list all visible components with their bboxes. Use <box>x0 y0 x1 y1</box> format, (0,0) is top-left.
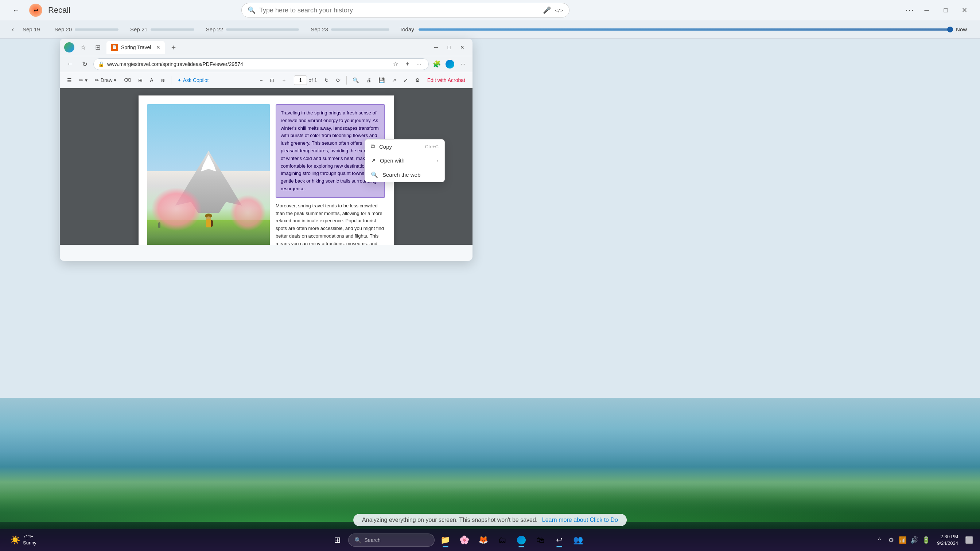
pdf-toc-button[interactable]: ☰ <box>64 75 75 86</box>
tray-chevron-button[interactable]: ^ <box>874 535 885 545</box>
browser-settings-button[interactable]: ··· <box>458 59 468 69</box>
tray-volume-icon[interactable]: 🔊 <box>909 535 920 545</box>
pdf-annotate-button[interactable]: ✏ ▾ <box>76 75 91 86</box>
browser-compat-button[interactable]: ☆ <box>77 42 89 52</box>
browser-back-button[interactable]: ← <box>64 59 76 69</box>
recall-search-box: 🔍 🎤 </> <box>241 3 570 17</box>
pdf-text-button[interactable]: A <box>147 75 156 86</box>
tray-battery-icon[interactable]: 🔋 <box>921 535 931 545</box>
browser-addr-icons: ☆ ✦ ··· <box>390 59 424 69</box>
context-menu-search-web[interactable]: 🔍 Search the web <box>365 168 444 182</box>
context-menu-copy[interactable]: ⧉ Copy Ctrl+C <box>365 140 444 153</box>
pdf-fit-button[interactable]: ⊡ <box>267 75 277 86</box>
pdf-draw-button[interactable]: ✏ Draw ▾ <box>92 75 119 86</box>
pdf-zoom-in-button[interactable]: ＋ <box>278 75 290 86</box>
pdf-erase-button[interactable]: ⌫ <box>121 75 134 86</box>
recall-taskbar-icon: ↩ <box>556 535 563 545</box>
taskbar-app1-button[interactable]: 🌸 <box>457 532 473 548</box>
edit-acrobat-button[interactable]: Edit with Acrobat <box>425 77 468 83</box>
pdf-settings-button[interactable]: ⚙ <box>412 75 423 86</box>
timeline-prev-button[interactable]: ‹ <box>9 25 17 33</box>
taskbar-recall-button[interactable]: ↩ <box>551 532 567 548</box>
tray-network-icon[interactable]: 📶 <box>897 535 908 545</box>
taskbar-edge-button[interactable] <box>513 532 530 548</box>
taskbar-clock[interactable]: 2:30 PM 9/24/2024 <box>934 534 961 547</box>
search-web-label: Search the web <box>382 171 420 178</box>
teams-icon: 👥 <box>573 535 583 545</box>
pdf-page-input[interactable] <box>294 75 307 85</box>
copy-label: Copy <box>379 144 392 150</box>
browser-extensions-button[interactable]: 🧩 <box>432 59 442 69</box>
pdf-share-button[interactable]: ↗ <box>389 75 399 86</box>
recall-back-button[interactable]: ← <box>9 3 23 17</box>
recall-search-input[interactable] <box>259 6 539 14</box>
learn-more-link[interactable]: Learn more about Click to Do <box>542 517 618 523</box>
pdf-toolbar-sep2 <box>346 76 347 84</box>
pdf-sync-button[interactable]: ⟳ <box>333 75 344 86</box>
browser-new-tab-button[interactable]: ＋ <box>168 41 180 53</box>
browser-edge-button[interactable] <box>445 59 455 69</box>
weather-temp: 71°F <box>23 534 37 540</box>
pdf-toolbar-separator <box>171 76 171 84</box>
pdf-search-button[interactable]: 🔍 <box>350 75 362 86</box>
taskbar-search-input[interactable] <box>364 537 428 543</box>
browser-address-bar: ← ↻ 🔒 www.margiestravel.com/springtravel… <box>60 56 473 72</box>
timeline-sep19[interactable]: Sep 19 <box>17 26 49 32</box>
pdf-view-button[interactable]: ⊞ <box>135 75 145 86</box>
taskbar-store-button[interactable]: 🛍 <box>532 532 548 548</box>
weather-widget[interactable]: ☀️ 71°F Sunny <box>6 534 41 546</box>
taskbar-filemanager-button[interactable]: 📁 <box>438 532 453 548</box>
mic-icon[interactable]: 🎤 <box>543 6 551 14</box>
timeline-sep23[interactable]: Sep 23 <box>305 26 395 32</box>
open-with-arrow-icon: › <box>437 158 439 164</box>
windows-icon: ⊞ <box>334 535 340 545</box>
timeline-track-sep23 <box>331 29 390 30</box>
browser-tab-favicon: 📄 <box>111 44 118 51</box>
context-menu-open-with[interactable]: ↗ Open with › <box>365 153 444 168</box>
browser-profile-avatar[interactable] <box>64 42 75 52</box>
timeline-sep22[interactable]: Sep 22 <box>200 26 305 32</box>
browser-close-button[interactable]: ✕ <box>457 42 468 52</box>
pdf-read-button[interactable]: ≋ <box>158 75 168 86</box>
show-desktop-button[interactable]: ⬜ <box>964 535 974 545</box>
browser-minimize-button[interactable]: ─ <box>430 42 442 52</box>
pdf-expand-button[interactable]: ⤢ <box>401 75 411 86</box>
browser-address-box[interactable]: 🔒 www.margiestravel.com/springtravelidea… <box>93 58 429 70</box>
timeline-sep21[interactable]: Sep 21 <box>124 26 200 32</box>
timeline-sep20-label: Sep 20 <box>55 26 72 32</box>
close-button[interactable]: ✕ <box>958 4 971 17</box>
browser-tab-spring-travel[interactable]: 📄 Spring Travel ✕ <box>107 41 165 54</box>
code-icon[interactable]: </> <box>555 8 563 13</box>
open-with-label: Open with <box>380 157 405 164</box>
clock-time: 2:30 PM <box>937 534 958 540</box>
taskbar-firefox-button[interactable]: 🦊 <box>476 532 492 548</box>
timeline-sep20[interactable]: Sep 20 <box>49 26 125 32</box>
taskbar-files-button[interactable]: 🗂 <box>495 532 511 548</box>
pdf-print-button[interactable]: 🖨 <box>363 75 374 86</box>
taskbar-search-bar[interactable]: 🔍 <box>348 534 434 547</box>
weather-info: 71°F Sunny <box>23 534 37 546</box>
timeline-today-label[interactable]: Today <box>395 26 418 32</box>
browser-more-addr-button[interactable]: ··· <box>414 59 424 69</box>
store-icon: 🛍 <box>536 535 544 545</box>
more-options-button[interactable]: ··· <box>905 5 915 15</box>
ask-copilot-button[interactable]: ✦ Ask Copilot <box>174 77 212 83</box>
browser-copilot-button[interactable]: ✦ <box>402 59 412 69</box>
browser-restore-button[interactable]: □ <box>443 42 455 52</box>
pdf-save-button[interactable]: 💾 <box>375 75 388 86</box>
tray-settings-icon[interactable]: ⚙ <box>886 535 896 545</box>
browser-collections-button[interactable]: ⊞ <box>92 42 103 52</box>
maximize-button[interactable]: □ <box>939 4 952 17</box>
open-with-icon: ↗ <box>371 157 375 164</box>
browser-tab-close-button[interactable]: ✕ <box>156 44 161 50</box>
pdf-page-total: of 1 <box>309 77 317 83</box>
browser-refresh-button[interactable]: ↻ <box>79 59 91 69</box>
taskbar-search-icon: 🔍 <box>355 537 362 544</box>
pdf-zoom-out-button[interactable]: − <box>257 75 266 86</box>
browser-favorites-button[interactable]: ☆ <box>390 59 401 69</box>
taskbar-teams-button[interactable]: 👥 <box>570 532 586 548</box>
minimize-button[interactable]: ─ <box>920 4 933 17</box>
pdf-rotate-button[interactable]: ↻ <box>321 75 332 86</box>
timeline-bar: ‹ Sep 19 Sep 20 Sep 21 Sep 22 Sep 23 Tod… <box>0 21 980 39</box>
windows-start-button[interactable]: ⊞ <box>329 532 345 548</box>
